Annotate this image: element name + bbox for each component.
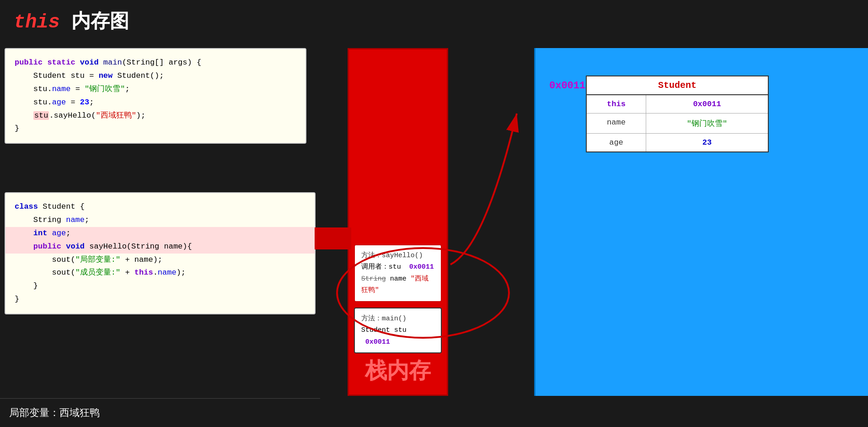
class-line-3: int age; xyxy=(5,227,315,240)
class-line-7: } xyxy=(15,280,305,293)
class-line-6: sout("成员变量:" + this.name); xyxy=(15,266,305,280)
sayhello-caller: 调用者：stu 0x0011 xyxy=(361,261,435,273)
connector-block xyxy=(315,227,351,249)
object-class-name: Student xyxy=(587,76,768,95)
object-row-this: this 0x0011 xyxy=(587,95,768,114)
stack-memory-panel: 方法：sayHello() 调用者：stu 0x0011 String name… xyxy=(348,48,448,396)
code-line-3: stu.name = "钢门吹雪"; xyxy=(15,83,296,96)
class-line-8: } xyxy=(15,293,305,306)
title-this: this xyxy=(14,11,60,33)
main-code-panel: public static void main(String[] args) {… xyxy=(5,48,306,144)
code-line-4: stu.age = 23; xyxy=(15,96,296,109)
obj-key-name: name xyxy=(587,114,646,133)
title-rest: 内存图 xyxy=(71,11,129,33)
code-line-1: public static void main(String[] args) { xyxy=(15,56,296,70)
code-line-5: stu.sayHello("西域狂鸭"); xyxy=(15,109,296,123)
obj-key-age: age xyxy=(587,134,646,151)
page-title: this 内存图 xyxy=(14,8,129,34)
main-var: Student stu 0x0011 xyxy=(361,324,435,348)
bottom-label-text: 局部变量：西域狂鸭 xyxy=(9,408,100,419)
class-code-panel: class Student { String name; int age; pu… xyxy=(5,192,316,314)
class-line-4: public void sayHello(String name){ xyxy=(5,240,315,254)
obj-val-age: 23 xyxy=(646,134,768,151)
main-title: 方法：main() xyxy=(361,313,435,325)
object-row-name: name "钢门吹雪" xyxy=(587,114,768,134)
stack-frame-sayhello: 方法：sayHello() 调用者：stu 0x0011 String name… xyxy=(354,244,442,302)
sayhello-title: 方法：sayHello() xyxy=(361,250,435,262)
heap-address: 0x0011 xyxy=(549,80,585,92)
obj-val-this: 0x0011 xyxy=(646,95,768,113)
sayhello-param: String name "西域狂鸭" xyxy=(361,273,435,297)
code-line-6: } xyxy=(15,122,296,135)
stack-label: 栈内存 xyxy=(365,356,431,385)
bottom-label-panel: 局部变量：西域狂鸭 xyxy=(0,398,320,427)
stack-frame-main: 方法：main() Student stu 0x0011 xyxy=(354,308,442,354)
object-row-age: age 23 xyxy=(587,134,768,151)
code-line-2: Student stu = new Student(); xyxy=(15,70,296,83)
obj-key-this: this xyxy=(587,95,646,113)
class-line-5: sout("局部变量:" + name); xyxy=(15,254,305,267)
class-line-1: class Student { xyxy=(15,200,305,214)
obj-val-name: "钢门吹雪" xyxy=(646,114,768,133)
heap-memory-panel: 0x0011 Student this 0x0011 name "钢门吹雪" a… xyxy=(534,48,868,396)
class-line-2: String name; xyxy=(15,214,305,227)
student-object-table: Student this 0x0011 name "钢门吹雪" age 23 xyxy=(586,76,769,152)
